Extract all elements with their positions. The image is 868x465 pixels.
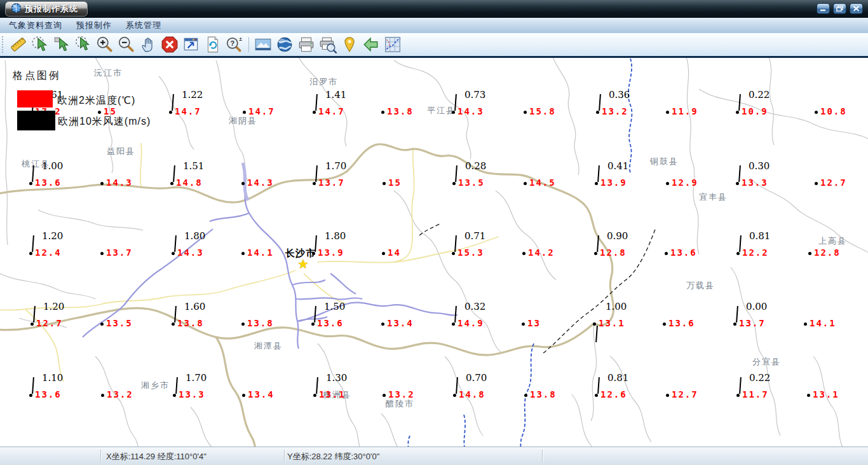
grid-point-temperature: 14.8 <box>176 177 203 188</box>
close-button[interactable] <box>850 3 863 14</box>
minimize-button[interactable] <box>817 3 830 14</box>
identify-zoom-icon[interactable]: ? ± <box>225 35 244 54</box>
grid-point-dot <box>381 323 384 326</box>
grid-point-temperature: 13.6 <box>35 389 62 399</box>
wind-barb <box>454 94 457 111</box>
grid-point-temperature: 13.3 <box>179 389 205 399</box>
wind-barb <box>597 235 599 252</box>
grid-point-temperature: 12.4 <box>35 247 62 258</box>
stop-cancel-icon[interactable] <box>160 35 179 54</box>
menu-weather-data-query[interactable]: 气象资料查询 <box>9 20 62 31</box>
measure-ruler-icon[interactable] <box>9 35 28 54</box>
grid-point-dot <box>170 182 173 185</box>
grid-point-temperature: 12.7 <box>36 318 63 328</box>
grid-point-dot <box>595 394 598 397</box>
grid-point-dot <box>807 394 810 397</box>
grid-point-wind-speed: 1.30 <box>326 372 347 384</box>
statusbar-divider <box>542 450 543 462</box>
grid-point-dot <box>453 394 456 397</box>
toolbar: ? ± <box>0 33 868 58</box>
select-area-icon[interactable] <box>74 35 93 54</box>
grid-point-wind-speed: 0.71 <box>465 230 485 242</box>
zoom-out-icon[interactable] <box>117 35 136 54</box>
grid-point-dot <box>593 323 596 326</box>
print-icon[interactable] <box>297 35 316 54</box>
grid-point-dot <box>381 111 384 114</box>
grid-point-temperature: 13.2 <box>388 389 415 399</box>
grid-point-wind-speed: 1.22 <box>182 89 203 101</box>
grid-point-temperature: 13.1 <box>599 318 625 328</box>
grid-point-temperature: 13.6 <box>670 247 697 258</box>
grid-point-dot <box>452 111 455 114</box>
grid-point-wind-speed: 0.00 <box>746 301 767 312</box>
window-title: 预报制作系统 <box>25 3 78 15</box>
grid-point-dot <box>596 111 599 114</box>
grid-point-temperature: 14.8 <box>459 389 485 399</box>
grid-point-dot <box>243 111 246 114</box>
grid-point-temperature: 12.8 <box>600 247 627 258</box>
wind-barb <box>454 235 457 252</box>
window-controls <box>817 3 863 14</box>
wind-barb <box>174 306 177 323</box>
grid-point-dot <box>29 182 32 185</box>
restore-button[interactable] <box>833 3 846 14</box>
grid-point-dot <box>666 182 669 185</box>
grid-point-wind-speed: 1.00 <box>606 301 627 312</box>
grid-point-temperature: 13.1 <box>319 389 346 399</box>
app-window: { "window": { "title": "预报制作系统" }, "menu… <box>0 0 868 465</box>
menu-system-management[interactable]: 系统管理 <box>126 20 161 31</box>
full-extent-icon[interactable] <box>182 35 201 54</box>
grid-point-wind-speed: 0.32 <box>465 301 485 312</box>
print-preview-icon[interactable] <box>318 35 337 54</box>
toolbar-grip[interactable] <box>2 36 5 53</box>
grid-point-wind-speed: 1.70 <box>186 372 207 384</box>
app-title-tab[interactable]: 预报制作系统 <box>5 1 88 17</box>
grid-point-dot <box>313 111 316 114</box>
status-y-coordinate: Y坐标:28.22 纬度:30°0'0" <box>287 451 379 462</box>
select-circle-icon[interactable] <box>31 35 50 54</box>
grid-point-temperature: 14.1 <box>247 247 274 258</box>
grid-point-wind-speed: 1.10 <box>42 372 63 384</box>
map-city-label: 沅江市 <box>94 67 123 79</box>
wind-barb <box>455 165 458 182</box>
back-arrow-icon[interactable] <box>362 35 381 54</box>
grid-point-temperature: 14 <box>388 247 401 258</box>
grid-point-dot <box>663 323 666 326</box>
placemark-pin-icon[interactable] <box>340 35 359 54</box>
globe-view-icon[interactable] <box>275 35 294 54</box>
grid-point-temperature: 13.8 <box>530 389 557 399</box>
grid-point-dot <box>313 182 316 185</box>
grid-point-dot <box>173 394 176 397</box>
wind-barb <box>32 165 34 182</box>
grid-point-wind-speed: 1.70 <box>325 160 346 172</box>
menu-forecast-production[interactable]: 预报制作 <box>76 20 112 31</box>
grid-point-dot <box>169 111 172 114</box>
refresh-icon[interactable] <box>203 35 222 54</box>
grid-point-dot <box>101 394 104 397</box>
legend-wind-swatch <box>17 111 55 130</box>
map-city-label: 上高县 <box>818 235 847 247</box>
grid-point-temperature: 13.9 <box>318 247 344 258</box>
grid-point-dot <box>736 252 740 255</box>
grid-map-icon[interactable] <box>383 35 402 54</box>
map-city-label: 益阳县 <box>107 146 135 157</box>
grid-point-dot <box>736 111 739 114</box>
grid-point-dot <box>815 182 818 185</box>
grid-point-temperature: 12.7 <box>820 177 847 188</box>
export-image-icon[interactable] <box>254 35 273 54</box>
grid-point-dot <box>241 323 245 326</box>
wind-barb <box>314 306 316 323</box>
zoom-in-icon[interactable] <box>95 35 114 54</box>
station-star-icon: ★ <box>297 258 309 270</box>
legend-temperature-swatch <box>17 90 53 108</box>
grid-point-temperature: 12.6 <box>600 389 627 399</box>
grid-point-temperature: 13.1 <box>813 389 839 399</box>
wind-barb <box>739 235 742 252</box>
status-x-coordinate: X坐标:114.29 经度:110°0'4" <box>106 451 207 462</box>
map-viewport[interactable]: 沅江市汨罗市湘阴县益阳县桃江县平江县铜鼓县宜丰县上高县万载县长沙市湘潭县湘乡市株… <box>0 58 868 447</box>
title-bar: 预报制作系统 <box>0 0 868 18</box>
grid-point-dot <box>736 182 739 185</box>
select-arrow-icon[interactable] <box>52 35 71 54</box>
pan-hand-icon[interactable] <box>139 35 158 54</box>
grid-point-wind-speed: 0.90 <box>607 230 628 242</box>
